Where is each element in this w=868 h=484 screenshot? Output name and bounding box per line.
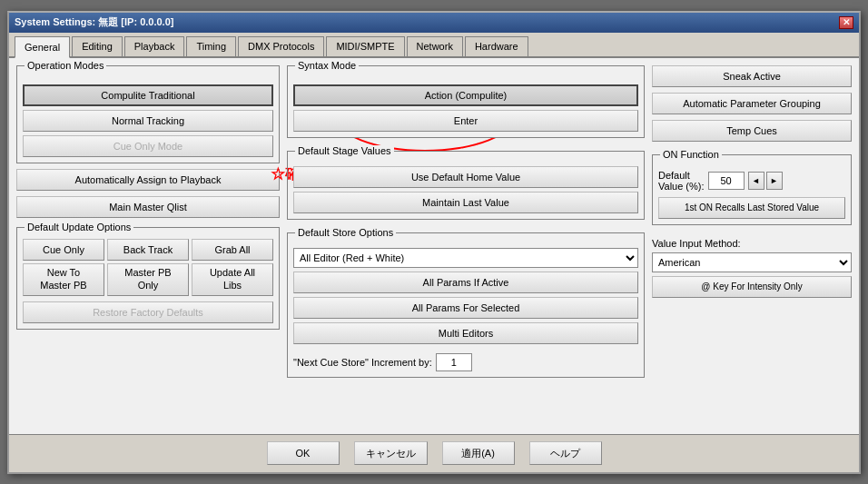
spin-right-button[interactable]: ► [766,172,783,190]
on-function-title: ON Function [660,149,722,160]
op-mode-buttons: Compulite Traditional Normal Tracking Cu… [23,84,273,157]
update-row2: New To Master PB Master PB Only Update A… [23,263,273,296]
all-params-if-active-button[interactable]: All Params If Active [293,272,638,293]
value-select-row: American [652,252,852,272]
back-track-button[interactable]: Back Track [107,239,189,261]
use-default-home-button[interactable]: Use Default Home Value [293,166,638,188]
maintain-last-value-button[interactable]: Maintain Last Value [293,192,638,213]
default-value-label: Default Value (%): [658,170,705,192]
tab-playback[interactable]: Playback [124,36,185,56]
default-update-title: Default Update Options [25,222,133,232]
default-stage-group: Default Stage Values Use Default Home Va… [287,151,645,220]
middle-column: Syntax Mode Action (Compulite) Enter Def… [287,65,645,427]
ok-button[interactable]: OK [267,441,340,465]
default-store-title: Default Store Options [295,227,396,238]
stage-buttons: Use Default Home Value Maintain Last Val… [293,166,638,213]
all-params-for-selected-button[interactable]: All Params For Selected [293,297,638,319]
syntax-mode-buttons: Action (Compulite) Enter [293,84,638,132]
sneak-active-button[interactable]: Sneak Active [652,65,852,87]
normal-tracking-button[interactable]: Normal Tracking [23,110,273,132]
restore-factory-button: Restore Factory Defaults [23,301,273,323]
apply-button[interactable]: 適用(A) [442,441,515,465]
key-btn-container: @ Key For Intensity Only [652,276,852,298]
value-input-title: Value Input Method: [652,238,852,249]
cue-only-mode-button: Cue Only Mode [23,135,273,157]
enter-button[interactable]: Enter [293,110,638,132]
default-value-row: Default Value (%): ◄ ► [658,170,845,192]
increment-input[interactable] [436,353,472,371]
cancel-button[interactable]: キャンセル [354,441,428,465]
syntax-mode-group: Syntax Mode Action (Compulite) Enter [287,65,645,138]
new-to-master-pb-button[interactable]: New To Master PB [23,263,104,296]
update-row1: Cue Only Back Track Grab All [23,239,273,261]
main-window: System Settings: 無題 [IP: 0.0.0.0] ✕ Gene… [7,11,861,474]
restore-container: Restore Factory Defaults [23,301,273,323]
default-store-group: Default Store Options All Editor (Red + … [287,232,645,378]
default-value-input[interactable] [708,172,745,190]
tab-timing[interactable]: Timing [186,36,236,56]
title-bar: System Settings: 無題 [IP: 0.0.0.0] ✕ [9,13,859,33]
cue-only-button[interactable]: Cue Only [23,239,104,261]
store-controls: All Editor (Red + White) All Params If A… [293,248,638,371]
temp-cues-button[interactable]: Temp Cues [652,120,852,142]
help-button[interactable]: ヘルプ [529,441,602,465]
master-pb-only-button[interactable]: Master PB Only [107,263,189,296]
operation-modes-group: Operation Modes Compulite Traditional No… [16,65,280,163]
recall-btn-container: 1st ON Recalls Last Stored Value [658,197,845,219]
compulite-traditional-button[interactable]: Compulite Traditional [23,84,273,106]
tab-hardware[interactable]: Hardware [465,36,528,56]
key-intensity-button[interactable]: @ Key For Intensity Only [652,276,852,298]
tab-editing[interactable]: Editing [72,36,123,56]
increment-label: "Next Cue Store" Increment by: [293,357,432,368]
tab-network[interactable]: Network [407,36,463,56]
tab-bar: General Editing Playback Timing DMX Prot… [9,33,859,58]
default-update-group: Default Update Options Cue Only Back Tra… [16,227,280,330]
grab-all-button[interactable]: Grab All [192,239,273,261]
spin-buttons: ◄ ► [748,172,783,190]
main-area: ☆確認!! Operation Modes Compulite Traditio… [16,65,852,427]
auto-assign-button[interactable]: Automatically Assign to Playback [16,169,280,191]
window-title: System Settings: 無題 [IP: 0.0.0.0] [15,15,173,29]
default-stage-title: Default Stage Values [295,145,394,156]
tab-general[interactable]: General [15,36,70,58]
spin-left-button[interactable]: ◄ [748,172,764,190]
update-all-libs-button[interactable]: Update All Libs [192,263,273,296]
operation-modes-title: Operation Modes [25,60,106,71]
tab-dmx[interactable]: DMX Protocols [238,36,324,56]
left-column: Operation Modes Compulite Traditional No… [16,65,280,427]
close-button[interactable]: ✕ [839,16,853,29]
syntax-mode-title: Syntax Mode [295,60,359,71]
multi-editors-button[interactable]: Multi Editors [293,322,638,344]
recall-last-stored-button[interactable]: 1st ON Recalls Last Stored Value [658,197,845,219]
increment-row: "Next Cue Store" Increment by: [293,353,638,371]
bottom-bar: OK キャンセル 適用(A) ヘルプ [9,434,859,472]
store-select[interactable]: All Editor (Red + White) [293,248,638,268]
right-column: Sneak Active Automatic Parameter Groupin… [652,65,852,427]
store-select-row: All Editor (Red + White) [293,248,638,268]
tab-midi[interactable]: MIDI/SMPTE [326,36,404,56]
value-input-section: Value Input Method: American @ Key For I… [652,238,852,298]
on-function-group: ON Function Default Value (%): ◄ ► 1st O… [652,154,852,225]
value-input-select[interactable]: American [652,252,852,272]
action-compulite-button[interactable]: Action (Compulite) [293,84,638,106]
content-area: ☆確認!! Operation Modes Compulite Traditio… [9,58,859,434]
auto-param-grouping-button[interactable]: Automatic Parameter Grouping [652,93,852,114]
main-master-button[interactable]: Main Master Qlist [16,196,280,218]
